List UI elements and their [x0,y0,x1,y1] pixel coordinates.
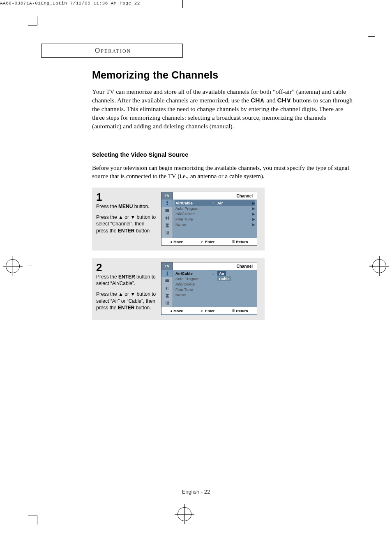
ch-up-label: CH∧ [251,97,265,104]
crop-mark [368,30,368,36]
page-number: English - 22 [0,489,392,495]
channel-icon [161,214,173,222]
osd-row-finetune: Fine Tune [175,287,255,292]
registration-mark-left [6,259,20,273]
svg-point-5 [165,302,166,303]
osd-list: Air/Cable : Air Auto ProgramCable Add/De… [173,270,257,307]
crop-mark [37,515,37,524]
osd-row-autoprogram: Auto ProgramCable [175,276,255,281]
page-content: Memorizing the Channels Your TV can memo… [92,69,355,327]
svg-point-1 [165,232,166,232]
step-1-block: 1 Press the MENU button. Press the ▲ or … [92,188,265,251]
step-2-text: 2 Press the ENTER button to select “Air/… [96,262,156,315]
crop-mark [28,265,32,265]
osd-row-name: Name [175,292,255,297]
registration-mark-bottom [178,507,191,521]
subsection-title: Selecting the Video Signal Source [92,151,355,158]
osd-footer: Move Enter Return [161,238,257,245]
osd-row-finetune: Fine Tune▶ [175,216,255,222]
crop-mark [37,16,37,26]
subsection-intro: Before your television can begin memoriz… [92,164,355,181]
osd-row-autoprogram: Auto Program▶ [175,206,255,211]
osd-tv-label: TV [161,262,173,270]
crop-mark-top [178,0,187,8]
svg-rect-4 [165,279,169,282]
sound-icon [161,277,173,285]
setup-icon [161,229,173,237]
channel-icon [161,285,173,292]
crop-mark [28,515,37,515]
osd-row-adddelete: Add/Delete [175,281,255,287]
sound-icon [161,207,173,214]
osd-row-aircable: Air/Cable : Air [175,271,255,276]
svg-point-2 [166,233,167,234]
step-1-text: 1 Press the MENU button. Press the ▲ or … [96,192,156,246]
crop-mark [368,36,375,37]
osd-footer: Move Enter Return [161,307,257,314]
crop-mark [369,265,373,265]
timer-icon [161,292,173,299]
section-tab: Operation [41,44,183,58]
timer-icon [161,222,173,229]
registration-mark-right [372,259,386,273]
osd-menu-title: Channel [173,262,257,270]
intro-paragraph: Your TV can memorize and store all of th… [92,88,355,131]
step-number: 2 [96,262,156,273]
print-header-line: AA68-03671A-01Eng_Latin 7/12/05 11:36 AM… [0,1,140,6]
osd-tv-label: TV [161,192,173,200]
osd-icon-column [161,270,173,307]
osd-list: Air/Cable : Air ▶ Auto Program▶ Add/Dele… [173,200,257,238]
osd-row-adddelete: Add/Delete▶ [175,211,255,216]
ch-down-label: CH∨ [277,97,291,104]
picture-icon [161,270,173,277]
svg-point-3 [168,232,168,232]
setup-icon [161,299,173,307]
osd-value-air: Air [217,271,226,276]
osd-footer-return: Return [232,240,248,244]
osd-footer-move: Move [171,240,183,244]
osd-row-name: Name▶ [175,222,255,227]
intro-text: and [265,97,277,104]
svg-point-7 [168,302,168,303]
osd-icon-column [161,200,173,238]
osd-footer-return: Return [232,309,248,313]
osd-menu-screenshot-2: TV Channel Air/Cable : Air [161,262,257,315]
svg-rect-0 [165,209,169,212]
step-2-block: 2 Press the ENTER button to select “Air/… [92,258,265,320]
osd-footer-enter: Enter [201,240,214,244]
osd-footer-move: Move [171,309,183,313]
osd-footer-enter: Enter [201,309,214,313]
svg-point-6 [166,303,167,304]
crop-mark [28,26,37,26]
step-number: 1 [96,192,156,202]
osd-menu-screenshot-1: TV Channel Air/Cable : Air ▶ [161,192,257,246]
osd-value-cable: Cable [217,276,231,281]
picture-icon [161,200,173,207]
osd-menu-title: Channel [173,192,257,200]
osd-row-aircable: Air/Cable : Air ▶ [175,200,255,206]
page-title: Memorizing the Channels [92,69,355,81]
